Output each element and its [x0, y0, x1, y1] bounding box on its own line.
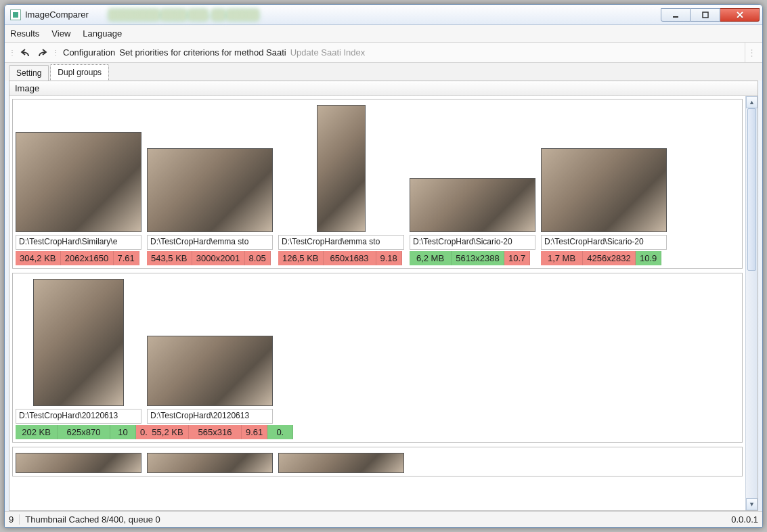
thumbnail-image[interactable] [16, 453, 141, 473]
file-size-badge: 543,5 KB [147, 251, 192, 265]
maximize-button[interactable] [691, 8, 720, 22]
status-count: 9 [9, 514, 20, 525]
thumbnail-cell[interactable] [410, 102, 535, 232]
toolbar-separator-icon: ⋮ [52, 49, 58, 56]
group [12, 447, 743, 476]
toolbar-set-priorities[interactable]: Set priorities for criterions for method… [119, 47, 286, 58]
toolbar-configuration[interactable]: Configuration [63, 47, 115, 58]
minimize-button[interactable] [661, 8, 691, 22]
tab-setting[interactable]: Setting [9, 65, 49, 81]
scroll-up-icon[interactable]: ▲ [746, 96, 758, 108]
thumbnail-image[interactable] [33, 279, 124, 406]
menu-view[interactable]: View [51, 28, 70, 39]
redo-icon[interactable] [36, 47, 48, 59]
meta-cell: 543,5 KB3000x20018.05 [147, 251, 273, 265]
thumbnail-cell[interactable] [278, 102, 404, 232]
app-icon [10, 9, 21, 20]
scroll-down-icon[interactable]: ▼ [746, 498, 758, 510]
toolbar-grip-icon: ⋮ [9, 49, 14, 56]
score-badge: 10.9 [636, 251, 661, 265]
undo-icon[interactable] [20, 47, 32, 59]
vertical-scrollbar[interactable]: ▲ ▼ [745, 96, 758, 510]
toolbar: ⋮ ⋮ Configuration Set priorities for cri… [5, 43, 762, 63]
thumbnail-image[interactable] [147, 453, 273, 473]
groups-list: D:\TestCropHard\Similary\eD:\TestCropHar… [9, 96, 745, 510]
file-path[interactable]: D:\TestCropHard\emma sto [278, 235, 404, 250]
group: D:\TestCropHard\20120613D:\TestCropHard\… [12, 273, 743, 443]
dimensions-badge: 650x1683 [324, 251, 376, 265]
file-path[interactable]: D:\TestCropHard\Sicario-20 [541, 235, 667, 250]
tabs: Setting Dupl groups [5, 63, 762, 81]
score-badge: 10 [110, 425, 136, 439]
file-size-badge: 55,2 KB [147, 425, 189, 439]
column-header-image[interactable]: Image [9, 81, 758, 96]
menubar: Results View Language [5, 25, 762, 43]
titlebar-blurred-text: ████████ ████ ███, ██ █████ [109, 9, 259, 20]
file-size-badge: 1,7 MB [541, 251, 583, 265]
svg-rect-1 [703, 12, 708, 18]
tab-dupl-groups[interactable]: Dupl groups [50, 64, 109, 81]
score-badge: 9.61 [242, 425, 267, 439]
toolbar-update-index[interactable]: Update Saati Index [290, 47, 366, 58]
thumbnail-cell[interactable] [278, 450, 404, 473]
thumbnail-image[interactable] [541, 148, 667, 232]
dimensions-badge: 4256x2832 [583, 251, 636, 265]
thumbnail-image[interactable] [147, 336, 273, 406]
toolbar-overflow-icon[interactable]: ⋮ [745, 43, 758, 62]
app-window: ImageComparer ████████ ████ ███, ██ ████… [4, 4, 763, 528]
scroll-thumb[interactable] [747, 108, 756, 271]
thumbnail-image[interactable] [278, 453, 404, 473]
meta-cell: 304,2 KB2062x16507.61 [16, 251, 141, 265]
file-path[interactable]: D:\TestCropHard\emma sto [147, 235, 273, 250]
score-badge: 7.61 [114, 251, 139, 265]
group: D:\TestCropHard\Similary\eD:\TestCropHar… [12, 99, 743, 269]
file-path[interactable]: D:\TestCropHard\20120613 [147, 409, 273, 424]
file-size-badge: 304,2 KB [16, 251, 61, 265]
file-path[interactable]: D:\TestCropHard\20120613 [16, 409, 141, 424]
groups-area: D:\TestCropHard\Similary\eD:\TestCropHar… [9, 96, 758, 510]
thumbnail-image[interactable] [410, 178, 535, 232]
file-path[interactable]: D:\TestCropHard\Sicario-20 [410, 235, 535, 250]
client-area: Image D:\TestCropHard\Similary\eD:\TestC… [9, 81, 758, 511]
dimensions-badge: 3000x2001 [192, 251, 245, 265]
dimensions-badge: 2062x1650 [61, 251, 114, 265]
meta-cell: 1,7 MB4256x283210.9 [541, 251, 667, 265]
menu-results[interactable]: Results [10, 28, 39, 39]
thumbnail-cell[interactable] [541, 102, 667, 232]
menu-language[interactable]: Language [83, 28, 122, 39]
window-buttons [661, 8, 760, 22]
score-badge: 10.7 [504, 251, 530, 265]
file-size-badge: 126,5 KB [278, 251, 324, 265]
window-title: ImageComparer [25, 9, 89, 20]
thumbnail-cell[interactable] [147, 450, 273, 473]
thumbnail-cell[interactable] [16, 450, 141, 473]
dimensions-badge: 5613x2388 [452, 251, 504, 265]
thumbnail-cell[interactable] [147, 102, 273, 232]
thumbnail-cell[interactable] [16, 276, 141, 406]
meta-cell: 126,5 KB650x16839.18 [278, 251, 404, 265]
score-badge: 9.18 [376, 251, 402, 265]
dimensions-badge: 625x870 [58, 425, 110, 439]
close-button[interactable] [720, 8, 760, 22]
thumbnail-cell[interactable] [16, 102, 141, 232]
meta-cell: 6,2 MB5613x238810.7 [410, 251, 535, 265]
scroll-track[interactable] [746, 108, 758, 498]
titlebar: ImageComparer ████████ ████ ███, ██ ████… [5, 5, 762, 25]
status-cache: Thumbnail Cached 8/400, queue 0 [25, 514, 160, 525]
file-size-badge: 202 KB [16, 425, 58, 439]
thumbnail-image[interactable] [317, 105, 366, 232]
file-path[interactable]: D:\TestCropHard\Similary\e [16, 235, 141, 250]
meta-cell: 202 KB625x870100.24 [16, 425, 141, 439]
file-size-badge: 6,2 MB [410, 251, 452, 265]
score-badge: 8.05 [245, 251, 271, 265]
status-version: 0.0.0.1 [731, 514, 758, 525]
meta-cell: 55,2 KB565x3169.610. [147, 425, 273, 439]
thumbnail-cell[interactable] [147, 276, 273, 406]
dimensions-badge: 565x316 [189, 425, 242, 439]
extra-badge: 0. [267, 425, 293, 439]
thumbnail-image[interactable] [147, 148, 273, 232]
statusbar: 9 Thumbnail Cached 8/400, queue 0 0.0.0.… [5, 511, 762, 527]
thumbnail-image[interactable] [16, 132, 141, 232]
